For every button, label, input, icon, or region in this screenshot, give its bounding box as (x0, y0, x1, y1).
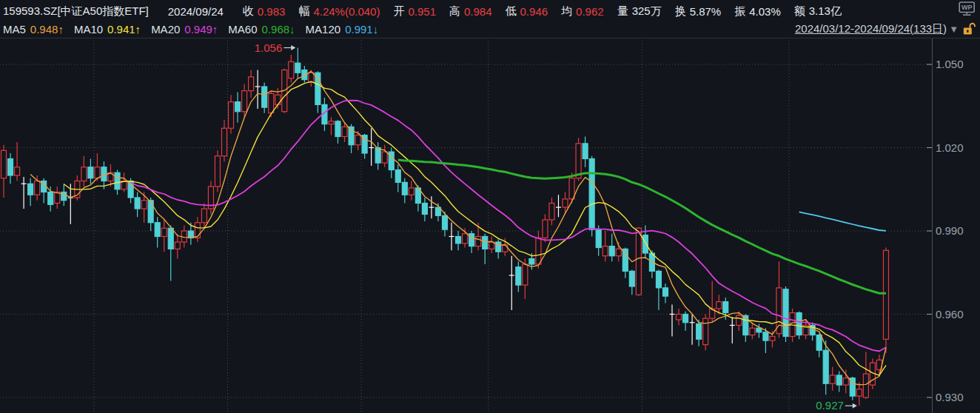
stat-value: 0.983 (258, 5, 286, 18)
candlestick-chart[interactable]: 1.0501.0200.9900.9600.9301.0560.927 (0, 0, 980, 413)
quote-stat: 量325万 (617, 4, 662, 19)
candle-body (456, 237, 461, 244)
candle-body (262, 87, 267, 107)
annotation-arrow-head (853, 403, 857, 409)
candle-body (335, 121, 340, 137)
annotation-label: 1.056 (255, 41, 283, 54)
candle-body (843, 378, 848, 385)
stat-label: 收 (243, 4, 254, 19)
candle-body (289, 61, 294, 78)
ma-legend: MA50.948↑MA100.941↑MA200.949↑MA600.968↓M… (3, 23, 389, 36)
y-axis-label: 0.930 (936, 391, 964, 403)
candle-body (863, 374, 868, 397)
stat-value: 0.951 (408, 5, 436, 18)
candle-body (55, 192, 60, 204)
candle-body (543, 220, 548, 238)
stat-label: 幅 (298, 4, 309, 19)
candle-body (249, 77, 254, 91)
stat-label: 振 (734, 4, 745, 19)
candle-body (161, 228, 167, 236)
candle-body (315, 73, 320, 104)
unlock-icon[interactable] (963, 22, 976, 36)
candle-body (823, 350, 828, 383)
stat-value: 4.03% (749, 5, 781, 18)
stat-label: 量 (617, 4, 628, 19)
stat-value: 325万 (632, 4, 662, 19)
candle-body (489, 242, 494, 249)
candle-body (195, 223, 200, 238)
stat-value: 3.13亿 (809, 4, 842, 19)
chevron-down-icon[interactable]: ▼ (949, 24, 959, 35)
ma-line-10 (64, 81, 886, 375)
candle-body (609, 246, 614, 256)
monitor-icon: WP (959, 1, 976, 16)
candle-body (716, 302, 722, 309)
candle-body (15, 167, 20, 175)
candle-body (642, 235, 648, 253)
candle-body (309, 73, 314, 82)
candle-body (35, 181, 40, 195)
candle-body (563, 199, 568, 207)
quote-stat: 低0.946 (506, 4, 548, 19)
candle-body (616, 249, 621, 255)
ma-line-120 (799, 212, 886, 231)
candle-body (463, 234, 468, 244)
candle-body (269, 93, 274, 113)
candle-body (375, 148, 380, 164)
candle-body (750, 328, 755, 335)
candle-body (235, 102, 241, 112)
candle-body (48, 192, 53, 205)
candle-body (836, 375, 842, 385)
quote-stat: 收0.983 (243, 4, 286, 19)
ma-legend-item: MA50.948↑ (3, 23, 64, 36)
stat-label: 高 (449, 4, 460, 19)
candle-body (1, 150, 7, 178)
candle-body (95, 167, 100, 178)
candle-body (536, 238, 541, 264)
candle-body (395, 170, 400, 183)
candle-body (81, 167, 87, 181)
ma-legend-item: MA1200.991↓ (306, 23, 379, 36)
candle-body (342, 127, 347, 136)
wp-window-icon[interactable]: WP (959, 1, 976, 19)
candle-body (28, 184, 33, 195)
ma-label: MA60 (228, 23, 257, 36)
ma-value: 0.949↑ (184, 23, 218, 36)
candle-body (215, 156, 220, 187)
stat-label: 低 (506, 4, 517, 19)
candle-body (697, 324, 702, 340)
annotation-arrow-head (291, 45, 295, 50)
header-stats: 收0.983幅4.24%(0.040)开0.951高0.984低0.946均0.… (243, 4, 855, 19)
candle-body (703, 318, 708, 345)
candle-body (141, 201, 147, 209)
ma-legend-item: MA600.968↓ (228, 23, 295, 36)
stat-label: 均 (561, 4, 572, 19)
candle-body (295, 63, 301, 73)
candle-body (349, 127, 354, 144)
candle-body (523, 264, 528, 285)
candle-body (483, 237, 488, 249)
current-date: 2024/09/24 (168, 5, 224, 18)
candle-body (549, 204, 554, 221)
ma-label: MA20 (151, 23, 180, 36)
candle-body (148, 201, 153, 223)
candle-body (242, 91, 247, 112)
stat-value: 0.984 (464, 5, 492, 18)
candle-body (442, 215, 447, 229)
svg-text:WP: WP (961, 4, 973, 11)
candle-body (677, 315, 682, 320)
y-axis-label: 1.050 (936, 58, 964, 70)
candle-body (756, 328, 762, 332)
quote-stat: 高0.984 (449, 4, 492, 19)
candle-body (329, 121, 334, 124)
candle-body (201, 209, 207, 223)
stat-label: 额 (794, 4, 805, 19)
candle-body (683, 315, 688, 323)
ma-legend-item: MA100.941↑ (74, 23, 141, 36)
header-row-quote: 159593.SZ[中证A50指数ETF] 2024/09/24 收0.983幅… (3, 4, 855, 19)
candle-body (589, 159, 594, 230)
candle-body (856, 389, 862, 396)
candle-body (382, 152, 387, 163)
date-range-selector[interactable]: 2024/03/12-2024/09/24(133日) (795, 22, 947, 36)
quote-stat: 振4.03% (734, 4, 781, 19)
